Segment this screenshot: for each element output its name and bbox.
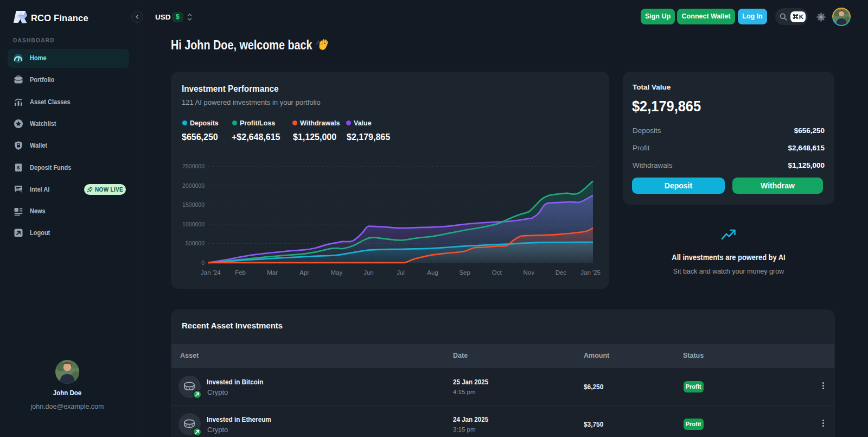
svg-text:2500000: 2500000 xyxy=(182,163,205,169)
svg-text:Oct: Oct xyxy=(492,269,502,276)
svg-text:Jul: Jul xyxy=(397,269,405,276)
svg-text:$: $ xyxy=(17,164,20,170)
svg-text:Jan '24: Jan '24 xyxy=(201,269,221,276)
svg-text:1500000: 1500000 xyxy=(182,201,205,208)
svg-text:Feb: Feb xyxy=(235,269,246,276)
svg-text:Nov: Nov xyxy=(524,269,535,276)
svg-text:Aug: Aug xyxy=(427,269,438,276)
svg-text:Mar: Mar xyxy=(267,269,278,276)
svg-text:Jun: Jun xyxy=(363,269,374,276)
svg-text:0: 0 xyxy=(201,259,205,266)
svg-text:Dec: Dec xyxy=(556,269,567,276)
svg-text:Sep: Sep xyxy=(459,269,470,276)
svg-text:500000: 500000 xyxy=(186,240,205,246)
svg-text:Apr: Apr xyxy=(299,269,309,276)
svg-text:Jan '25: Jan '25 xyxy=(580,269,601,276)
svg-text:2000000: 2000000 xyxy=(182,182,205,189)
svg-text:May: May xyxy=(330,269,342,276)
svg-text:1000000: 1000000 xyxy=(182,221,205,227)
